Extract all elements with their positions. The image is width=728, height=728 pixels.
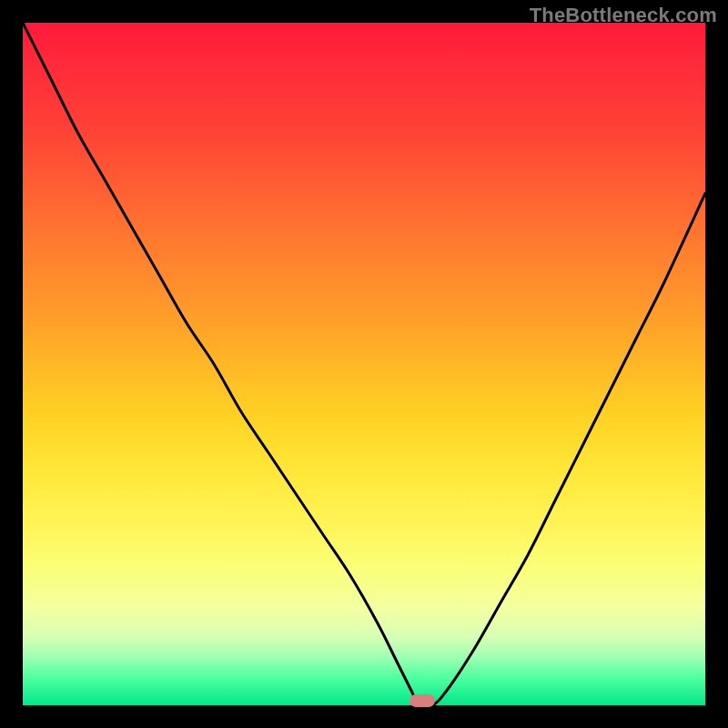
chart-stage: TheBottleneck.com <box>0 0 728 728</box>
optimal-marker <box>410 694 435 707</box>
plot-area <box>23 23 705 705</box>
bottleneck-curve <box>23 23 705 705</box>
